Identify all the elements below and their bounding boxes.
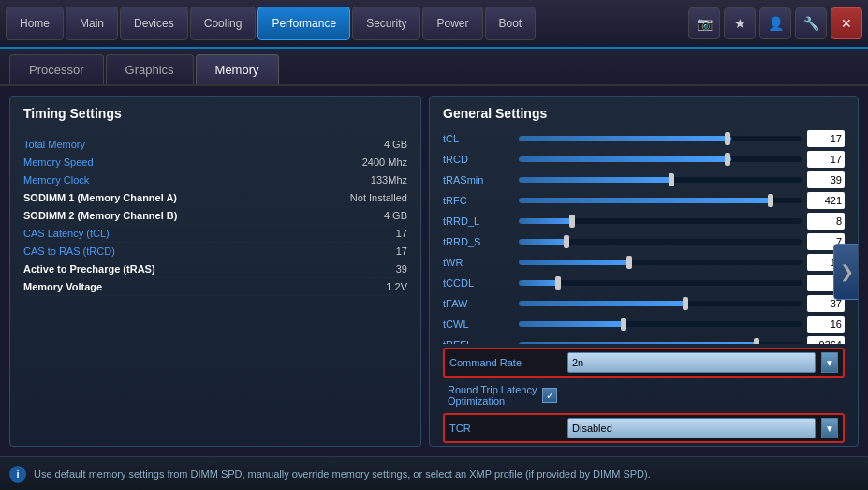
slider-track[interactable] bbox=[519, 239, 802, 245]
top-nav: HomeMainDevicesCoolingPerformanceSecurit… bbox=[0, 0, 868, 49]
sliders-container: tCL17tRCD17tRASmin39tRFC421tRRD_L8tRRD_S… bbox=[443, 128, 845, 344]
timing-label: CAS Latency (tCL) bbox=[23, 228, 110, 239]
round-trip-label: Round Trip Latency Optimization bbox=[448, 384, 537, 407]
slider-label: tRASmin bbox=[443, 174, 513, 186]
slider-row: tFAW37 bbox=[443, 293, 845, 314]
slider-track[interactable] bbox=[519, 280, 802, 286]
slider-label: tRRD_S bbox=[443, 236, 513, 247]
sub-tab-graphics[interactable]: Graphics bbox=[106, 54, 194, 84]
timing-label: Memory Voltage bbox=[23, 281, 102, 292]
tcr-label: TCR bbox=[449, 423, 562, 434]
timing-row: Memory Clock133Mhz bbox=[23, 171, 407, 189]
timing-settings-panel: Timing Settings Total Memory4 GBMemory S… bbox=[9, 96, 421, 447]
nav-btn-power[interactable]: Power bbox=[422, 7, 482, 40]
timing-row: Memory Speed2400 Mhz bbox=[23, 154, 407, 171]
timing-label: CAS to RAS (tRCD) bbox=[23, 245, 115, 257]
tcr-select[interactable]: Disabled bbox=[567, 418, 816, 438]
slider-value: 39 bbox=[807, 171, 845, 188]
timing-label: Active to Precharge (tRAS) bbox=[23, 263, 155, 275]
tcr-row: TCR Disabled ▼ bbox=[443, 413, 845, 443]
slider-label: tCL bbox=[443, 133, 513, 144]
camera-icon[interactable]: 📷 bbox=[688, 7, 720, 39]
command-rate-row: Command Rate 2n ▼ bbox=[443, 348, 845, 378]
nav-btn-devices[interactable]: Devices bbox=[120, 7, 188, 40]
star-icon[interactable]: ★ bbox=[724, 7, 756, 39]
timing-row: Total Memory4 GB bbox=[23, 136, 407, 154]
slider-value: 16 bbox=[807, 316, 845, 333]
close-icon[interactable]: ✕ bbox=[831, 7, 862, 39]
slider-row: tWR18 bbox=[443, 252, 845, 273]
nav-btn-cooling[interactable]: Cooling bbox=[190, 7, 257, 40]
timing-row: SODIMM 1 (Memory Channel A)Not Installed bbox=[23, 189, 407, 207]
slider-label: tRRD_L bbox=[443, 215, 513, 227]
right-arrow-button[interactable]: ❯ bbox=[833, 244, 859, 300]
command-rate-arrow[interactable]: ▼ bbox=[821, 352, 838, 373]
timing-label: Memory Clock bbox=[23, 174, 89, 186]
info-text: Use default memory settings from DIMM SP… bbox=[34, 468, 651, 480]
nav-btn-boot[interactable]: Boot bbox=[485, 7, 537, 40]
nav-btn-home[interactable]: Home bbox=[6, 7, 64, 40]
timing-settings-title: Timing Settings bbox=[23, 106, 407, 126]
timing-row: Memory Voltage1.2V bbox=[23, 278, 407, 296]
slider-label: tFAW bbox=[443, 298, 513, 309]
slider-value: 9364 bbox=[807, 336, 845, 344]
timing-value: 17 bbox=[396, 245, 407, 257]
timing-label: Total Memory bbox=[23, 139, 85, 150]
sub-tab-processor[interactable]: Processor bbox=[9, 54, 104, 84]
slider-row: tRCD17 bbox=[443, 149, 845, 170]
slider-value: 17 bbox=[807, 151, 845, 168]
general-settings-panel: General Settings tCL17tRCD17tRASmin39tRF… bbox=[429, 96, 859, 447]
slider-value: 421 bbox=[807, 192, 845, 209]
timing-value: 39 bbox=[396, 263, 407, 275]
timing-label: Memory Speed bbox=[23, 156, 94, 168]
slider-track[interactable] bbox=[519, 342, 802, 344]
slider-row: tRRD_S7 bbox=[443, 231, 845, 252]
slider-track[interactable] bbox=[519, 136, 802, 141]
slider-track[interactable] bbox=[519, 156, 802, 162]
bottom-bar: i Use default memory settings from DIMM … bbox=[0, 456, 868, 490]
timing-value: 2400 Mhz bbox=[362, 156, 407, 168]
wrench-icon[interactable]: 🔧 bbox=[795, 7, 827, 39]
slider-track[interactable] bbox=[519, 301, 802, 306]
slider-row: tRASmin39 bbox=[443, 170, 845, 190]
timing-value: 4 GB bbox=[384, 139, 407, 150]
main-content: Timing Settings Total Memory4 GBMemory S… bbox=[0, 86, 868, 456]
slider-value: 8 bbox=[807, 213, 845, 230]
timing-value: 133Mhz bbox=[371, 174, 407, 186]
nav-btn-security[interactable]: Security bbox=[352, 7, 420, 40]
info-icon: i bbox=[9, 466, 26, 483]
slider-row: tCCDL6 bbox=[443, 273, 845, 293]
slider-row: tRFC421 bbox=[443, 190, 845, 211]
slider-label: tCCDL bbox=[443, 277, 513, 289]
slider-label: tREFI bbox=[443, 339, 513, 344]
timing-row: CAS Latency (tCL)17 bbox=[23, 225, 407, 243]
user-icon[interactable]: 👤 bbox=[759, 7, 791, 39]
timing-label: SODIMM 1 (Memory Channel A) bbox=[23, 192, 177, 203]
timing-value: 17 bbox=[396, 228, 407, 239]
nav-btn-main[interactable]: Main bbox=[66, 7, 118, 40]
timing-value: Not Installed bbox=[350, 192, 407, 203]
slider-track[interactable] bbox=[519, 218, 802, 224]
slider-track[interactable] bbox=[519, 198, 802, 203]
command-rate-label: Command Rate bbox=[449, 357, 562, 368]
slider-label: tRCD bbox=[443, 154, 513, 165]
timing-row: CAS to RAS (tRCD)17 bbox=[23, 243, 407, 260]
timing-value: 1.2V bbox=[386, 281, 407, 292]
slider-label: tWR bbox=[443, 257, 513, 268]
round-trip-checkbox[interactable]: ✓ bbox=[542, 388, 557, 403]
slider-label: tCWL bbox=[443, 319, 513, 330]
timing-label: SODIMM 2 (Memory Channel B) bbox=[23, 210, 177, 221]
timing-row: Active to Precharge (tRAS)39 bbox=[23, 260, 407, 278]
general-settings-title: General Settings bbox=[443, 106, 845, 121]
command-rate-select[interactable]: 2n bbox=[567, 352, 816, 373]
slider-row: tCWL16 bbox=[443, 314, 845, 334]
tcr-arrow[interactable]: ▼ bbox=[821, 418, 838, 438]
slider-track[interactable] bbox=[519, 321, 802, 327]
nav-btn-performance[interactable]: Performance bbox=[257, 7, 350, 40]
sub-tab-memory[interactable]: Memory bbox=[196, 54, 279, 84]
slider-row: tREFI9364 bbox=[443, 334, 845, 344]
timing-value: 4 GB bbox=[384, 210, 407, 221]
slider-track[interactable] bbox=[519, 260, 802, 265]
slider-track[interactable] bbox=[519, 177, 802, 183]
slider-value: 17 bbox=[807, 130, 845, 147]
